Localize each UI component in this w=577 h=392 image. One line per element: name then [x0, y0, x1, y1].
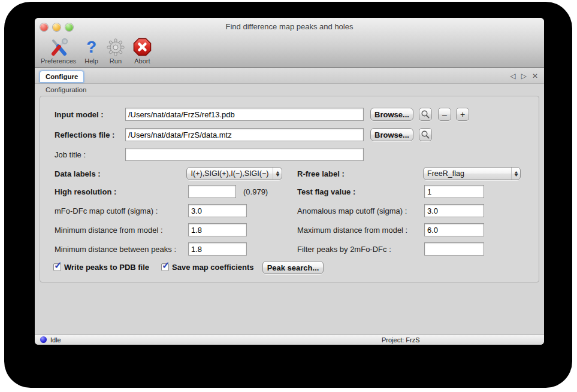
project-label: Project: FrzS: [382, 336, 420, 344]
high-resolution-field[interactable]: [188, 185, 236, 198]
job-title-field[interactable]: [125, 148, 364, 161]
preferences-label: Preferences: [41, 57, 76, 65]
checkmark-icon: ✓: [162, 260, 170, 271]
min-distance-model-field[interactable]: [188, 223, 247, 236]
min-distance-peaks-label: Minimum distance between peaks :: [55, 245, 176, 254]
help-label: Help: [84, 57, 98, 65]
high-resolution-hint: (0.979): [243, 187, 268, 196]
status-text: Idle: [50, 336, 61, 344]
help-icon: ?: [86, 37, 96, 57]
test-flag-field[interactable]: [424, 185, 484, 198]
plus-icon: +: [460, 110, 465, 119]
checkbox-icon: ✓: [161, 263, 169, 271]
max-distance-model-label: Maximum distance from model :: [297, 226, 407, 235]
rfree-label-label: R-free label :: [297, 169, 345, 178]
magnifier-icon: [421, 130, 430, 139]
status-led-icon: [40, 336, 47, 343]
abort-stop-icon: [133, 37, 152, 57]
checkbox-icon: ✓: [53, 263, 61, 271]
rfree-label-value: FreeR_flag: [424, 169, 511, 178]
min-distance-model-label: Minimum distance from model :: [55, 226, 163, 235]
anomalous-cutoff-field[interactable]: [424, 204, 484, 217]
job-title-label: Job title :: [55, 150, 86, 159]
window-chrome: Find difference map peaks and holes Pref…: [35, 18, 544, 68]
tab-configure-label: Configure: [46, 73, 78, 80]
minus-icon: –: [442, 110, 447, 119]
run-button[interactable]: Run: [107, 37, 125, 66]
filter-peaks-label: Filter peaks by 2mFo-DFc :: [297, 245, 391, 254]
input-model-label: Input model :: [55, 110, 104, 119]
save-map-checkbox[interactable]: ✓ Save map coefficients: [161, 263, 254, 272]
toolbar: Preferences ? Help: [41, 35, 152, 66]
reflections-view-button[interactable]: [419, 128, 432, 141]
tab-configure[interactable]: Configure: [40, 71, 84, 83]
mfo-dfc-cutoff-field[interactable]: [188, 204, 247, 217]
input-model-add-button[interactable]: +: [456, 108, 469, 121]
test-flag-label: Test flag value :: [297, 187, 355, 196]
input-model-remove-button[interactable]: –: [438, 108, 451, 121]
save-map-label: Save map coefficients: [172, 263, 254, 272]
tools-icon: [49, 37, 69, 57]
abort-label: Abort: [134, 57, 150, 65]
checkmark-icon: ✓: [54, 260, 62, 271]
section-title: Configuration: [46, 86, 86, 93]
min-distance-peaks-field[interactable]: [188, 242, 247, 256]
tab-next-icon[interactable]: ▷: [521, 72, 527, 80]
high-resolution-label: High resolution :: [55, 187, 116, 196]
peak-search-button[interactable]: Peak search...: [262, 261, 324, 274]
filter-peaks-field[interactable]: [424, 242, 484, 256]
mfo-dfc-cutoff-label: mFo-DFc map cutoff (sigma) :: [55, 206, 158, 215]
magnifier-icon: [421, 110, 430, 119]
write-peaks-label: Write peaks to PDB file: [64, 263, 149, 272]
reflections-file-label: Reflections file :: [55, 130, 114, 139]
anomalous-cutoff-label: Anomalous map cutoff (sigma) :: [297, 206, 407, 215]
tab-navigation: ◁ ▷ ✕: [510, 68, 538, 84]
write-peaks-checkbox[interactable]: ✓ Write peaks to PDB file: [53, 263, 149, 272]
reflections-file-field[interactable]: [125, 128, 364, 141]
tab-bar: Configure ◁ ▷ ✕: [35, 68, 544, 84]
main-content: Configuration Input model : Browse... – …: [35, 84, 544, 334]
tab-prev-icon[interactable]: ◁: [510, 72, 515, 80]
data-labels-label: Data labels :: [55, 169, 101, 178]
gear-icon: [107, 37, 125, 57]
max-distance-model-field[interactable]: [424, 223, 484, 236]
reflections-browse-button[interactable]: Browse...: [370, 128, 413, 141]
status-bar: Idle Project: FrzS: [35, 334, 544, 345]
run-label: Run: [110, 57, 122, 65]
input-model-browse-button[interactable]: Browse...: [370, 108, 413, 121]
input-model-view-button[interactable]: [419, 108, 432, 121]
stepper-arrows-icon: ▲▼: [273, 168, 282, 180]
help-button[interactable]: ? Help: [84, 37, 98, 66]
app-window: Find difference map peaks and holes Pref…: [35, 18, 544, 345]
input-model-field[interactable]: [125, 108, 364, 121]
data-labels-value: I(+),SIGI(+),I(−),SIGI(−): [187, 169, 273, 178]
title-bar: Find difference map peaks and holes: [35, 18, 544, 35]
tab-close-icon[interactable]: ✕: [532, 72, 538, 80]
abort-button[interactable]: Abort: [133, 37, 152, 66]
rfree-label-select[interactable]: FreeR_flag ▲▼: [423, 167, 521, 180]
data-labels-select[interactable]: I(+),SIGI(+),I(−),SIGI(−) ▲▼: [186, 167, 282, 180]
preferences-button[interactable]: Preferences: [41, 37, 76, 66]
stepper-arrows-icon: ▲▼: [511, 168, 520, 180]
configuration-groupbox: Input model : Browse... – + Reflections …: [40, 96, 539, 282]
window-title: Find difference map peaks and holes: [35, 22, 544, 31]
